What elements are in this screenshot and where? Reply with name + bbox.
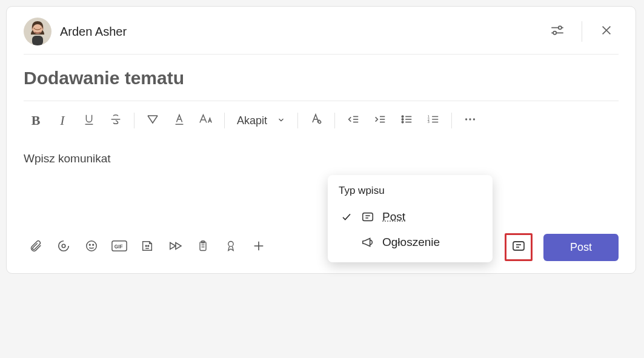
attach-icon <box>29 239 42 255</box>
clipboard-button[interactable] <box>191 235 215 259</box>
svg-point-28 <box>402 121 403 123</box>
emoji-button[interactable] <box>79 235 104 259</box>
font-size-icon <box>198 113 214 128</box>
praise-button[interactable] <box>219 235 243 259</box>
checkmark-icon <box>340 211 353 222</box>
praise-icon <box>225 239 237 256</box>
svg-point-53 <box>228 242 233 247</box>
outdent-button[interactable] <box>341 110 365 131</box>
post-type-menu: Typ wpisu Post Ogłoszeni <box>328 175 493 262</box>
post-type-option-announcement[interactable]: Ogłoszenie <box>339 230 482 255</box>
paragraph-style-label: Akapit <box>237 114 267 127</box>
svg-point-40 <box>87 241 97 251</box>
announcement-icon <box>360 236 375 249</box>
clear-format-icon <box>309 112 324 129</box>
bulleted-list-icon <box>399 113 414 128</box>
underline-button[interactable] <box>77 110 101 131</box>
svg-point-24 <box>402 116 403 118</box>
bold-icon: B <box>32 113 41 128</box>
underline-icon <box>82 113 96 128</box>
svg-point-7 <box>553 31 556 35</box>
emoji-icon <box>85 239 98 255</box>
compose-actions-row: GIF <box>24 230 619 261</box>
post-type-menu-title: Typ wpisu <box>339 185 482 197</box>
subject-input[interactable] <box>24 55 619 101</box>
svg-point-5 <box>559 26 562 29</box>
numbered-list-icon: 1 2 3 <box>426 113 440 128</box>
post-type-option-label: Post <box>382 210 405 224</box>
strikethrough-button[interactable] <box>104 110 128 131</box>
paragraph-style-select[interactable]: Akapit <box>231 114 291 127</box>
svg-point-38 <box>473 118 475 120</box>
compose-header: Arden Asher <box>24 18 619 54</box>
svg-point-26 <box>402 119 403 121</box>
highlighter-button[interactable] <box>141 110 165 131</box>
add-extension-button[interactable] <box>247 235 271 259</box>
post-type-icon <box>511 239 526 256</box>
svg-point-41 <box>89 244 90 245</box>
delivery-options-button[interactable] <box>545 19 569 44</box>
close-button[interactable] <box>594 19 619 44</box>
avatar <box>24 18 51 45</box>
svg-point-42 <box>93 244 94 245</box>
font-color-button[interactable] <box>167 110 191 131</box>
svg-text:GIF: GIF <box>115 244 123 250</box>
post-type-option-post[interactable]: Post <box>339 204 482 230</box>
attach-button[interactable] <box>24 235 48 259</box>
strikethrough-icon <box>109 113 122 128</box>
svg-point-36 <box>465 118 467 120</box>
gif-icon: GIF <box>111 240 127 254</box>
bold-button[interactable]: B <box>24 110 48 131</box>
message-placeholder: Wpisz komunikat <box>24 152 619 165</box>
more-options-icon <box>463 113 477 128</box>
close-icon <box>600 24 613 39</box>
clear-formatting-button[interactable] <box>304 110 328 131</box>
italic-button[interactable]: I <box>50 110 75 131</box>
post-type-button[interactable] <box>505 233 533 261</box>
indent-button[interactable] <box>368 110 392 131</box>
svg-point-39 <box>62 244 65 248</box>
message-body-input[interactable]: Wpisz komunikat <box>24 139 619 230</box>
svg-point-45 <box>145 245 147 247</box>
post-type-option-label: Ogłoszenie <box>382 236 440 249</box>
toolbar-separator <box>134 113 134 128</box>
settings-sliders-icon <box>549 22 565 41</box>
gif-button[interactable]: GIF <box>107 235 131 259</box>
stream-icon <box>168 239 182 255</box>
sticker-button[interactable] <box>135 235 159 259</box>
highlighter-icon <box>145 112 160 129</box>
numbered-list-button[interactable]: 1 2 3 <box>421 110 445 131</box>
italic-icon: I <box>60 113 64 128</box>
loop-icon <box>57 239 70 255</box>
format-toolbar: B I <box>24 101 619 139</box>
clipboard-icon <box>197 239 209 255</box>
svg-text:3: 3 <box>428 120 430 124</box>
bulleted-list-button[interactable] <box>394 110 419 131</box>
svg-point-37 <box>469 118 471 120</box>
outdent-icon <box>346 113 360 128</box>
stream-button[interactable] <box>163 235 187 259</box>
svg-point-46 <box>148 245 149 247</box>
toolbar-separator <box>451 113 452 128</box>
svg-marker-47 <box>170 243 176 250</box>
indent-icon <box>373 113 387 128</box>
svg-rect-3 <box>32 36 43 45</box>
font-size-button[interactable] <box>194 110 218 131</box>
author-name: Arden Asher <box>60 25 127 39</box>
toolbar-separator <box>224 113 225 128</box>
sticker-icon <box>141 239 154 255</box>
svg-point-2 <box>33 24 42 34</box>
post-icon <box>360 210 375 224</box>
font-color-icon <box>173 113 186 128</box>
add-extension-icon <box>252 239 265 255</box>
more-format-options-button[interactable] <box>458 110 482 131</box>
post-submit-label: Post <box>570 241 592 253</box>
compose-message-card: Arden Asher <box>6 6 636 274</box>
svg-rect-59 <box>363 213 373 221</box>
header-divider <box>582 21 582 42</box>
svg-rect-56 <box>513 242 524 250</box>
chevron-down-icon <box>277 114 285 127</box>
post-submit-button[interactable]: Post <box>543 234 619 261</box>
loop-button[interactable] <box>51 235 76 259</box>
toolbar-separator <box>334 113 335 128</box>
